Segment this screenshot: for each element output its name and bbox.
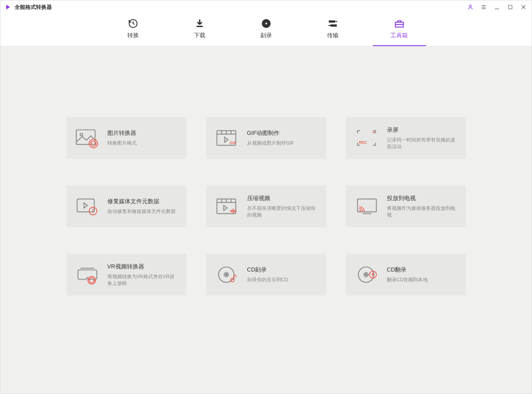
tool-desc: 翻录CD音频到本地 bbox=[387, 276, 428, 283]
svg-rect-12 bbox=[329, 20, 335, 23]
tab-label: 转换 bbox=[127, 32, 139, 39]
svg-point-0 bbox=[469, 5, 472, 7]
fix-metadata-icon bbox=[75, 195, 100, 217]
maximize-button[interactable] bbox=[507, 4, 514, 11]
tab-bar: 转换 下载 刻录 传输 工具箱 bbox=[0, 14, 532, 46]
tool-fix-metadata[interactable]: 修复媒体文件元数据 自动修复和修改媒体文件元数据 bbox=[67, 185, 186, 227]
tab-burn[interactable]: 刻录 bbox=[248, 18, 284, 46]
download-icon bbox=[194, 18, 205, 29]
app-title: 全能格式转换器 bbox=[15, 4, 52, 11]
tab-toolbox[interactable]: 工具箱 bbox=[382, 18, 417, 46]
burn-icon bbox=[261, 18, 272, 29]
svg-rect-39 bbox=[357, 199, 376, 212]
svg-point-18 bbox=[89, 139, 97, 148]
svg-rect-27 bbox=[77, 199, 94, 212]
tab-label: 下载 bbox=[194, 32, 205, 39]
tool-title: CD刻录 bbox=[247, 266, 288, 274]
tab-label: 传输 bbox=[327, 32, 339, 39]
tool-title: 压缩视频 bbox=[247, 194, 318, 202]
tool-desc: 从视频或图片制作GIF bbox=[247, 140, 294, 146]
svg-point-48 bbox=[365, 274, 367, 276]
menu-icon[interactable] bbox=[480, 4, 487, 11]
titlebar: 全能格式转换器 bbox=[0, 0, 532, 14]
tool-title: CD翻录 bbox=[387, 266, 428, 274]
tool-desc: 在不损失清晰度的情况下压缩你的视频 bbox=[247, 205, 318, 219]
compress-video-icon bbox=[214, 195, 240, 217]
tool-cd-ripper[interactable]: CD翻录 翻录CD音频到本地 bbox=[346, 254, 466, 296]
tool-desc: 转换图片格式 bbox=[107, 140, 137, 146]
svg-text:GIF: GIF bbox=[229, 141, 236, 146]
tab-transfer[interactable]: 传输 bbox=[315, 18, 351, 46]
cd-burner-icon bbox=[214, 264, 240, 286]
tab-label: 刻录 bbox=[260, 32, 272, 39]
image-converter-icon bbox=[75, 127, 100, 149]
tool-title: 修复媒体文件元数据 bbox=[107, 197, 176, 205]
tool-screen-recorder[interactable]: REC 录屏 记录同一时间所有带有音频的桌面活动 bbox=[346, 117, 466, 159]
cd-ripper-icon bbox=[354, 264, 380, 286]
svg-text:REC: REC bbox=[359, 140, 367, 145]
svg-rect-5 bbox=[508, 5, 512, 9]
svg-point-11 bbox=[265, 22, 268, 25]
vr-converter-icon bbox=[75, 264, 100, 286]
convert-icon bbox=[128, 18, 138, 29]
screen-recorder-icon: REC bbox=[354, 127, 380, 149]
svg-point-30 bbox=[92, 213, 93, 213]
close-button[interactable] bbox=[520, 4, 527, 11]
svg-point-44 bbox=[225, 274, 227, 276]
tool-desc: 自动修复和修改媒体文件元数据 bbox=[107, 208, 176, 215]
toolbox-content: 图片转换器 转换图片格式 GIF bbox=[0, 46, 532, 394]
tool-desc: 记录同一时间所有带有音频的桌面活动 bbox=[387, 137, 458, 150]
minimize-button[interactable] bbox=[493, 4, 500, 11]
tool-title: GIF动图制作 bbox=[247, 129, 294, 137]
tool-vr-converter[interactable]: VR视频转换器 将视频转换为VR格式并在VR设备上放映 bbox=[67, 254, 186, 296]
tool-title: 图片转换器 bbox=[107, 129, 137, 137]
tab-label: 工具箱 bbox=[390, 32, 408, 39]
tool-cd-burner[interactable]: CD刻录 刻录你的音乐到CD bbox=[206, 254, 326, 296]
transfer-icon bbox=[327, 18, 338, 29]
tab-download[interactable]: 下载 bbox=[182, 18, 217, 46]
tool-gif-maker[interactable]: GIF GIF动图制作 从视频或图片制作GIF bbox=[206, 117, 326, 159]
svg-point-17 bbox=[80, 133, 83, 136]
tool-compress-video[interactable]: 压缩视频 在不损失清晰度的情况下压缩你的视频 bbox=[206, 185, 326, 227]
app-logo-icon bbox=[5, 4, 11, 10]
cast-to-tv-icon bbox=[354, 195, 380, 217]
tab-convert[interactable]: 转换 bbox=[115, 18, 151, 46]
svg-rect-9 bbox=[197, 26, 203, 27]
tool-cast-to-tv[interactable]: 投放到电视 将视频作为媒体服务器投放到电视 bbox=[346, 185, 466, 227]
gif-maker-icon: GIF bbox=[214, 127, 240, 149]
tool-desc: 将视频转换为VR格式并在VR设备上放映 bbox=[107, 273, 178, 287]
user-icon[interactable] bbox=[467, 4, 474, 11]
svg-rect-13 bbox=[331, 24, 337, 27]
tool-desc: 将视频作为媒体服务器投放到电视 bbox=[387, 205, 458, 219]
tool-title: 录屏 bbox=[387, 126, 458, 134]
svg-point-25 bbox=[373, 132, 374, 134]
tool-desc: 刻录你的音乐到CD bbox=[247, 276, 288, 283]
tool-title: VR视频转换器 bbox=[107, 263, 178, 271]
tool-title: 投放到电视 bbox=[387, 194, 458, 202]
tool-image-converter[interactable]: 图片转换器 转换图片格式 bbox=[67, 117, 186, 159]
toolbox-icon bbox=[394, 18, 405, 29]
